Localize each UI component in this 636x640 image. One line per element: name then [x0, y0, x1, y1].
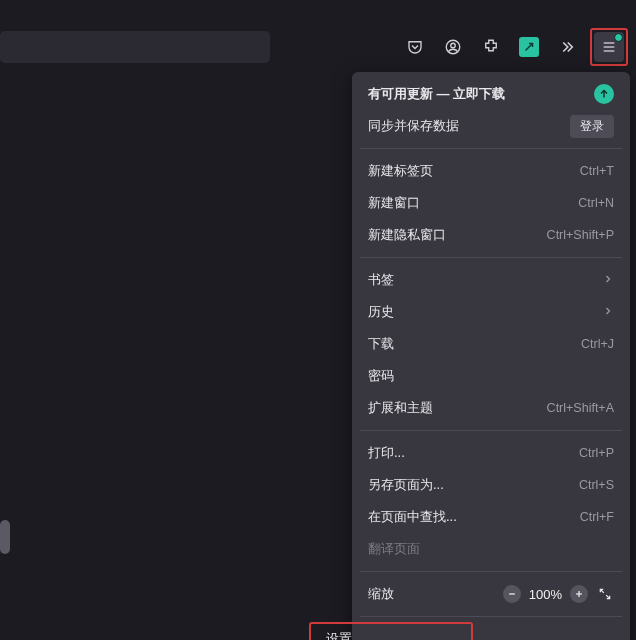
- download-update-icon[interactable]: [594, 84, 614, 104]
- menu-item-label: 书签: [368, 271, 394, 289]
- divider: [360, 148, 622, 149]
- divider: [360, 430, 622, 431]
- divider: [360, 616, 622, 617]
- menu-addons[interactable]: 扩展和主题 Ctrl+Shift+A: [352, 392, 630, 424]
- update-dot-icon: [614, 33, 623, 42]
- chevron-right-icon: [602, 305, 614, 320]
- menu-print[interactable]: 打印... Ctrl+P: [352, 437, 630, 469]
- hamburger-highlight: [590, 28, 628, 66]
- menu-item-label: 新建窗口: [368, 194, 420, 212]
- menu-item-label: 打印...: [368, 444, 405, 462]
- shortcut-label: Ctrl+P: [579, 446, 614, 460]
- shortcut-label: Ctrl+Shift+A: [547, 401, 614, 415]
- shortcut-label: Ctrl+F: [580, 510, 614, 524]
- divider: [360, 571, 622, 572]
- menu-zoom: 缩放 100%: [352, 578, 630, 610]
- app-icon[interactable]: [514, 32, 544, 62]
- zoom-out-button[interactable]: [503, 585, 521, 603]
- shortcut-label: Ctrl+S: [579, 478, 614, 492]
- menu-item-label: 设置: [326, 630, 352, 640]
- menu-translate: 翻译页面: [352, 533, 630, 565]
- app-menu: 有可用更新 — 立即下载 同步并保存数据 登录 新建标签页 Ctrl+T 新建窗…: [352, 72, 630, 640]
- address-bar[interactable]: [0, 31, 270, 63]
- menu-new-private-window[interactable]: 新建隐私窗口 Ctrl+Shift+P: [352, 219, 630, 251]
- menu-item-label: 扩展和主题: [368, 399, 433, 417]
- svg-point-1: [451, 43, 456, 48]
- menu-new-tab[interactable]: 新建标签页 Ctrl+T: [352, 155, 630, 187]
- menu-item-label: 下载: [368, 335, 394, 353]
- zoom-value: 100%: [529, 587, 562, 602]
- menu-item-label: 新建标签页: [368, 162, 433, 180]
- login-button[interactable]: 登录: [570, 115, 614, 138]
- toolbar: [400, 30, 628, 64]
- menu-item-label: 新建隐私窗口: [368, 226, 446, 244]
- extension-icon[interactable]: [476, 32, 506, 62]
- sync-label: 同步并保存数据: [368, 117, 459, 135]
- menu-item-label: 翻译页面: [368, 540, 420, 558]
- menu-passwords[interactable]: 密码: [352, 360, 630, 392]
- scroll-thumb[interactable]: [0, 520, 10, 554]
- sync-row[interactable]: 同步并保存数据 登录: [352, 110, 630, 142]
- menu-item-label: 另存页面为...: [368, 476, 444, 494]
- menu-item-label: 在页面中查找...: [368, 508, 457, 526]
- update-banner-label: 有可用更新 — 立即下载: [368, 85, 505, 103]
- menu-item-label: 历史: [368, 303, 394, 321]
- menu-history[interactable]: 历史: [352, 296, 630, 328]
- menu-save-as[interactable]: 另存页面为... Ctrl+S: [352, 469, 630, 501]
- shortcut-label: Ctrl+J: [581, 337, 614, 351]
- menu-item-label: 缩放: [368, 585, 394, 603]
- fullscreen-icon[interactable]: [596, 585, 614, 603]
- shortcut-label: Ctrl+N: [578, 196, 614, 210]
- menu-item-label: 密码: [368, 367, 394, 385]
- menu-find[interactable]: 在页面中查找... Ctrl+F: [352, 501, 630, 533]
- account-icon[interactable]: [438, 32, 468, 62]
- menu-settings[interactable]: 设置: [310, 623, 472, 640]
- pocket-icon[interactable]: [400, 32, 430, 62]
- divider: [360, 257, 622, 258]
- shortcut-label: Ctrl+Shift+P: [547, 228, 614, 242]
- chevron-right-icon: [602, 273, 614, 288]
- menu-downloads[interactable]: 下载 Ctrl+J: [352, 328, 630, 360]
- update-banner[interactable]: 有可用更新 — 立即下载: [352, 78, 630, 110]
- menu-new-window[interactable]: 新建窗口 Ctrl+N: [352, 187, 630, 219]
- menu-bookmarks[interactable]: 书签: [352, 264, 630, 296]
- zoom-in-button[interactable]: [570, 585, 588, 603]
- shortcut-label: Ctrl+T: [580, 164, 614, 178]
- overflow-icon[interactable]: [552, 32, 582, 62]
